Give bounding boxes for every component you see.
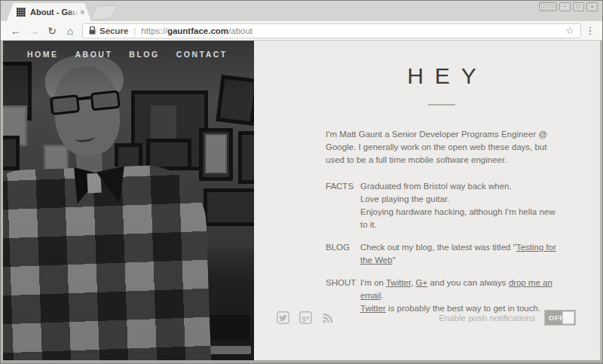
window-controls: − □ × [539,2,598,11]
intro-text: I'm Matt Gaunt a Senior Developer Progra… [326,128,558,167]
nav-blog[interactable]: BLOG [129,50,159,59]
tab-title: About - Gaunt Fa [30,8,78,17]
gplus-link[interactable]: G+ [416,278,428,287]
blog-label: BLOG [326,241,360,267]
reload-icon[interactable]: ↻ [43,26,61,36]
push-toggle[interactable]: OFF [544,310,576,326]
toggle-knob[interactable] [562,311,574,324]
push-label: Enable push notifications [439,314,535,323]
new-tab-button[interactable] [90,6,117,19]
google-plus-icon[interactable]: g+ [299,311,312,324]
nav-home[interactable]: HOME [27,50,59,59]
about-content: HEY I'm Matt Gaunt a Senior Developer Pr… [254,41,600,360]
omnibox-divider: | [133,26,136,35]
browser-toolbar: ← → ↻ ⌂ Secure | https://gauntface.com/a… [1,21,602,41]
back-icon[interactable]: ← [7,26,25,36]
blog-section: BLOG Check out my blog, the latest was t… [326,241,558,267]
page-title: HEY [326,63,558,89]
blog-text-part: " [393,255,396,265]
blog-text-part: Check out my blog, the latest was titled… [360,243,516,252]
browser-tab[interactable]: About - Gaunt Fa × [7,3,91,21]
lock-icon [89,26,96,35]
tab-close-icon[interactable]: × [80,8,84,17]
url-scheme: https:// [141,26,167,35]
url-host: gauntface.com [167,26,228,35]
tab-strip: About - Gaunt Fa × − □ × [1,1,602,21]
security-label: Secure [99,26,128,35]
forward-icon[interactable]: → [25,26,43,36]
facts-label: FACTS [326,180,360,231]
window-menu-icon[interactable] [539,2,557,11]
twitter-link[interactable]: Twitter [386,278,411,287]
facts-section: FACTS Graduated from Bristol way back wh… [326,180,558,231]
svg-text:g+: g+ [302,314,310,322]
profile-photo: HOME ABOUT BLOG CONTACT [3,41,254,360]
twitter-icon[interactable] [277,311,289,324]
close-button[interactable]: × [586,2,598,11]
nav-about[interactable]: ABOUT [75,50,113,59]
page-viewport: HOME ABOUT BLOG CONTACT HEY I'm Matt Gau… [1,41,602,363]
push-notifications: Enable push notifications OFF [439,310,576,326]
fact-line: Enjoying hardware hacking, although I'm … [360,206,558,231]
nav-contact[interactable]: CONTACT [176,50,228,59]
site-favicon-icon [17,8,26,17]
address-bar[interactable]: Secure | https://gauntface.com/about ☆ [82,23,581,38]
home-icon[interactable]: ⌂ [61,26,79,36]
chrome-menu-icon[interactable]: ⋮ [583,25,598,36]
facts-lines: Graduated from Bristol way back when. Lo… [360,180,558,231]
blog-text: Check out my blog, the latest was titled… [360,241,558,267]
maximize-button[interactable]: □ [573,2,584,11]
title-divider [428,104,455,106]
page-footer: g+ Enable push notifications OFF [277,310,576,326]
rss-icon[interactable] [322,312,334,324]
fact-line: Love playing the guitar. [360,193,558,206]
fact-line: Graduated from Bristol way back when. [360,180,558,193]
social-icons: g+ [277,311,334,324]
site-nav: HOME ABOUT BLOG CONTACT [27,50,228,59]
minimize-button[interactable]: − [559,2,571,11]
browser-window: About - Gaunt Fa × − □ × ← → ↻ ⌂ Secure … [0,0,603,364]
bookmark-star-icon[interactable]: ☆ [565,25,574,36]
url-path: /about [228,26,253,35]
